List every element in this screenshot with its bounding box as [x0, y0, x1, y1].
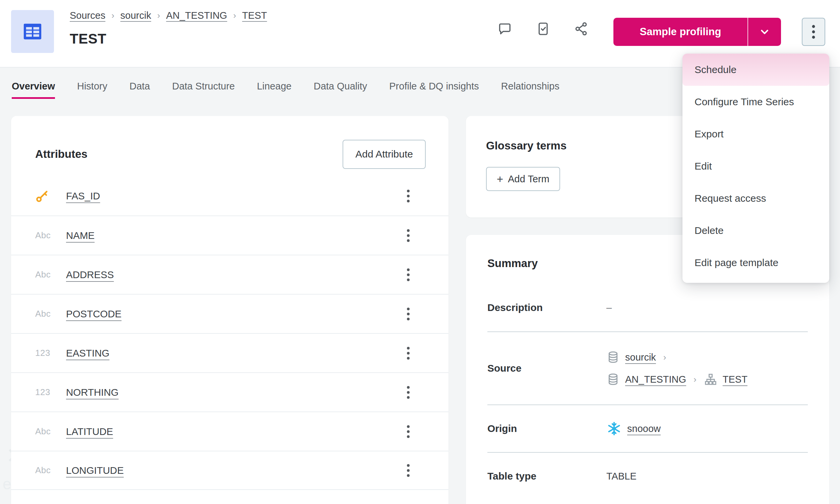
attributes-header: Attributes Add Attribute [11, 116, 448, 176]
more-actions-button[interactable] [802, 18, 825, 46]
header-icon-actions [496, 20, 590, 38]
attribute-type-cell: Abc [35, 230, 66, 240]
menu-item[interactable]: Edit [682, 150, 829, 182]
primary-key-icon [35, 189, 49, 203]
attribute-link[interactable]: NAME [66, 230, 94, 241]
attribute-type-cell: Abc [35, 465, 66, 475]
attribute-menu-button[interactable] [401, 424, 415, 439]
share-icon [573, 21, 589, 37]
menu-item[interactable]: Configure Time Series [682, 86, 829, 118]
tab-item[interactable]: Overview [12, 81, 55, 99]
attributes-panel: Attributes Add Attribute FAS_ID [11, 116, 448, 504]
kebab-menu-icon [811, 23, 816, 40]
tab-item[interactable]: Data [129, 81, 150, 99]
add-term-button[interactable]: + Add Term [486, 167, 560, 191]
attribute-type-badge: Abc [35, 269, 51, 280]
attribute-menu-button[interactable] [401, 346, 415, 361]
summary-row-table-type: Table type TABLE [487, 452, 808, 500]
tab-item[interactable]: Data Quality [314, 81, 368, 99]
menu-item-label: Schedule [695, 64, 736, 75]
chevron-right-icon: › [663, 352, 666, 363]
attribute-link[interactable]: FAS_ID [66, 190, 100, 202]
attribute-link[interactable]: LONGITUDE [66, 465, 124, 476]
attribute-menu-button[interactable] [401, 463, 415, 478]
table-icon [21, 20, 43, 42]
kebab-menu-icon [407, 346, 410, 361]
checkbox-icon [535, 21, 551, 37]
source-line-2: AN_TESTING › TEST [606, 372, 748, 387]
attribute-link[interactable]: ADDRESS [66, 269, 114, 281]
description-label: Description [487, 302, 606, 313]
origin-value: snooow [606, 421, 661, 436]
menu-item-label: Delete [695, 225, 724, 236]
tab-bar: Overview History Data Data Structure Lin… [12, 81, 559, 99]
tab-item[interactable]: Profile & DQ insights [389, 81, 479, 99]
kebab-menu-icon [407, 267, 410, 282]
kebab-menu-icon [407, 424, 410, 439]
attribute-type-cell: Abc [35, 269, 66, 280]
share-button[interactable] [573, 20, 590, 38]
menu-item[interactable]: Request access [682, 182, 829, 214]
kebab-menu-icon [407, 385, 410, 400]
table-hierarchy-icon [704, 373, 717, 386]
source-link[interactable]: sourcik [625, 352, 656, 363]
attribute-menu-button[interactable] [401, 267, 415, 282]
attribute-link[interactable]: LATITUDE [66, 426, 113, 437]
attribute-link[interactable]: POSTCODE [66, 308, 122, 320]
summary-row-origin: Origin snooow [487, 404, 808, 452]
breadcrumb-link-table[interactable]: TEST [242, 10, 267, 21]
origin-label: Origin [487, 423, 606, 434]
attribute-menu-button[interactable] [401, 189, 415, 203]
source-label: Source [487, 363, 606, 374]
attribute-type-badge: 123 [35, 348, 50, 358]
attribute-row: 123 EASTING [11, 333, 448, 372]
tab-item[interactable]: Relationships [501, 81, 559, 99]
profiling-options-button[interactable] [748, 18, 781, 46]
attribute-menu-button[interactable] [401, 307, 415, 321]
attribute-type-cell: Abc [35, 309, 66, 319]
attribute-type-badge: Abc [35, 230, 51, 240]
comments-button[interactable] [496, 20, 514, 38]
attribute-type-badge: 123 [35, 387, 50, 397]
breadcrumb-link-schema[interactable]: AN_TESTING [166, 10, 227, 21]
comment-icon [497, 21, 513, 37]
chevron-down-icon [758, 25, 771, 38]
plus-icon: + [497, 174, 503, 185]
attributes-heading: Attributes [35, 148, 88, 161]
tab-item[interactable]: History [77, 81, 107, 99]
attribute-menu-button[interactable] [401, 385, 415, 400]
menu-item[interactable]: Export [682, 118, 829, 150]
origin-link[interactable]: snooow [627, 423, 661, 434]
table-entity-icon [11, 10, 54, 53]
attribute-link[interactable]: NORTHING [66, 387, 119, 398]
attribute-row: 123 NORTHING [11, 372, 448, 412]
sample-profiling-button[interactable]: Sample profiling [613, 18, 748, 46]
tab-label: Data [129, 81, 150, 91]
breadcrumb-link-source[interactable]: sourcik [120, 10, 151, 21]
menu-item[interactable]: Edit page template [682, 247, 829, 279]
menu-item[interactable]: Schedule [682, 54, 829, 86]
attribute-link[interactable]: EASTING [66, 347, 110, 359]
tasks-button[interactable] [534, 20, 552, 38]
tab-item[interactable]: Lineage [257, 81, 291, 99]
table-link[interactable]: TEST [723, 374, 748, 385]
table-type-label: Table type [487, 470, 606, 482]
kebab-menu-icon [407, 228, 410, 243]
sample-profiling-split-button: Sample profiling [613, 18, 781, 46]
tab-item[interactable]: Data Structure [172, 81, 235, 99]
add-attribute-button[interactable]: Add Attribute [343, 140, 426, 169]
snowflake-icon [606, 421, 622, 436]
menu-item-label: Edit page template [695, 257, 778, 268]
database-icon [606, 350, 620, 365]
menu-item-label: Edit [695, 161, 712, 172]
tab-label: Profile & DQ insights [389, 81, 479, 91]
attribute-menu-button[interactable] [401, 228, 415, 243]
schema-link[interactable]: AN_TESTING [625, 374, 686, 385]
attribute-type-badge: Abc [35, 426, 51, 437]
kebab-menu-icon [407, 189, 410, 203]
kebab-menu-icon [407, 463, 410, 478]
menu-item[interactable]: Delete [682, 214, 829, 247]
tab-label: Lineage [257, 81, 291, 91]
attribute-row: Abc ADDRESS [11, 255, 448, 294]
breadcrumb-link-sources[interactable]: Sources [70, 10, 105, 21]
